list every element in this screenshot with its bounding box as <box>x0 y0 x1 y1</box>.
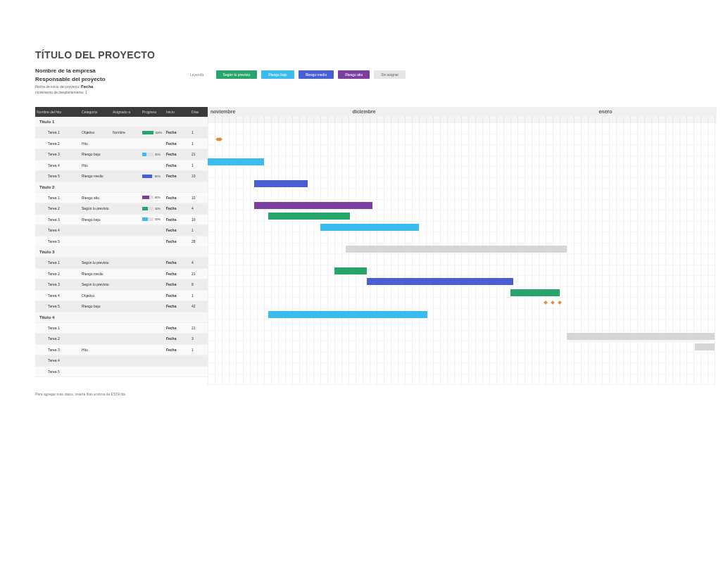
gantt-bar <box>268 311 427 318</box>
column-header: Inicio <box>165 110 190 114</box>
task-row: Tarea 3Riesgo bajo50%Fecha10 <box>35 215 208 226</box>
task-name: Tarea 3 <box>35 152 80 156</box>
task-start: Fecha <box>165 163 190 167</box>
milestone-icon <box>544 301 548 305</box>
task-start: Fecha <box>165 141 190 146</box>
increment-label: Incremento de desplazamiento: <box>35 90 84 94</box>
task-name: Tarea 4 <box>35 358 80 362</box>
milestone-icon <box>558 301 562 305</box>
gantt-row <box>208 353 717 364</box>
task-row: Tarea 3HitoFecha1 <box>35 345 208 356</box>
gantt-row <box>208 276 717 287</box>
legend-pill: Riesgo medio <box>299 70 334 79</box>
task-days: 8 <box>190 282 206 286</box>
task-name: Tarea 2 <box>35 336 80 341</box>
task-row: Tarea 5 <box>35 367 208 378</box>
task-name: Tarea 1 <box>35 260 80 265</box>
task-row: Tarea 4HitoFecha1 <box>35 160 208 172</box>
task-start: Fecha <box>165 304 190 308</box>
start-date-value: Fecha <box>81 84 93 89</box>
task-days: 1 <box>190 141 206 146</box>
legend-pill: Según lo previsto <box>216 70 258 79</box>
task-row: Tarea 2Fecha3 <box>35 334 208 345</box>
task-name: Tarea 5 <box>35 304 80 308</box>
task-start: Fecha <box>165 260 190 265</box>
task-name: Tarea 4 <box>35 163 80 167</box>
task-name: Tarea 5 <box>35 174 80 178</box>
task-start: Fecha <box>165 326 190 330</box>
column-header: Nombre del hito <box>35 110 80 114</box>
task-row: Tarea 3Riesgo bajo35%Fecha21 <box>35 149 208 160</box>
table-header: Nombre del hitoCategoríaAsignado aProgre… <box>35 107 208 117</box>
task-days: 10 <box>190 174 206 178</box>
task-row: Tarea 1ObjetivoNombre100%Fecha1 <box>35 127 208 139</box>
column-header: Días <box>190 110 206 114</box>
legend-pill: Sin asignar <box>374 70 406 79</box>
task-row: Tarea 4 <box>35 355 208 367</box>
task-start: Fecha <box>165 336 190 341</box>
task-category: Riesgo bajo <box>80 152 111 156</box>
gantt-row <box>208 363 717 374</box>
gantt-row <box>208 134 717 146</box>
task-category: Objetivo <box>80 130 111 134</box>
column-header: Progreso <box>141 110 165 114</box>
task-category: Riesgo medio <box>80 272 111 276</box>
task-progress: 35% <box>141 153 165 156</box>
task-progress: 85% <box>141 175 165 178</box>
task-progress: 100% <box>141 131 165 134</box>
task-category: Según lo previsto <box>80 206 111 210</box>
task-row: Tarea 2HitoFecha1 <box>35 139 208 150</box>
phase-header: Título 2 <box>35 182 208 193</box>
task-row: Tarea 3Según lo previstoFecha8 <box>35 279 208 291</box>
column-header: Categoría <box>80 110 111 114</box>
task-category: Riesgo medio <box>80 174 111 178</box>
month-label: diciembre <box>350 109 492 114</box>
task-name: Tarea 5 <box>35 239 80 243</box>
gantt-row <box>208 232 717 243</box>
gantt-row <box>208 374 717 386</box>
task-days: 1 <box>190 348 206 352</box>
task-start: Fecha <box>165 239 190 243</box>
task-category: Hito <box>80 141 111 146</box>
gantt-row <box>208 178 717 189</box>
task-row: Tarea 1Según lo previstoFecha4 <box>35 258 208 269</box>
task-name: Tarea 5 <box>35 369 80 374</box>
gantt-bar <box>567 333 715 340</box>
task-category: Objetivo <box>80 293 111 298</box>
gantt-row <box>208 145 717 156</box>
task-name: Tarea 1 <box>35 196 80 200</box>
task-start: Fecha <box>165 174 190 178</box>
task-start: Fecha <box>165 293 190 298</box>
task-row: Tarea 4ObjetivoFecha1 <box>35 291 208 302</box>
gantt-row <box>208 331 717 342</box>
task-row: Tarea 5Riesgo bajoFecha42 <box>35 301 208 312</box>
task-start: Fecha <box>165 196 190 200</box>
month-label: enero <box>491 109 717 114</box>
start-date-label: Fecha de inicio del proyecto: <box>35 84 80 89</box>
legend-label: Leyenda: <box>190 72 205 77</box>
task-name: Tarea 3 <box>35 348 80 352</box>
task-days: 1 <box>190 130 206 134</box>
task-name: Tarea 2 <box>35 206 80 210</box>
task-start: Fecha <box>165 272 190 276</box>
gantt-bar <box>268 213 350 220</box>
task-days: 10 <box>190 196 206 200</box>
task-days: 1 <box>190 163 206 167</box>
task-progress: 50% <box>141 207 165 210</box>
task-table: Nombre del hitoCategoríaAsignado aProgre… <box>35 107 208 385</box>
start-date-row: Fecha de inicio del proyecto: Fecha <box>35 84 717 89</box>
month-label: noviembre <box>208 109 350 114</box>
gantt-bar <box>346 246 567 253</box>
task-row: Tarea 1Fecha21 <box>35 323 208 334</box>
content: Nombre del hitoCategoríaAsignado aProgre… <box>35 107 717 385</box>
task-row: Tarea 5Riesgo medio85%Fecha10 <box>35 171 208 182</box>
task-name: Tarea 4 <box>35 293 80 298</box>
task-row: Tarea 2Según lo previsto50%Fecha4 <box>35 203 208 215</box>
task-name: Tarea 1 <box>35 130 80 134</box>
gantt-phase-row <box>208 320 717 331</box>
task-days: 42 <box>190 304 206 308</box>
task-name: Tarea 3 <box>35 282 80 286</box>
task-days: 4 <box>190 260 206 265</box>
gantt-bar <box>510 289 560 296</box>
task-category: Hito <box>80 163 111 167</box>
